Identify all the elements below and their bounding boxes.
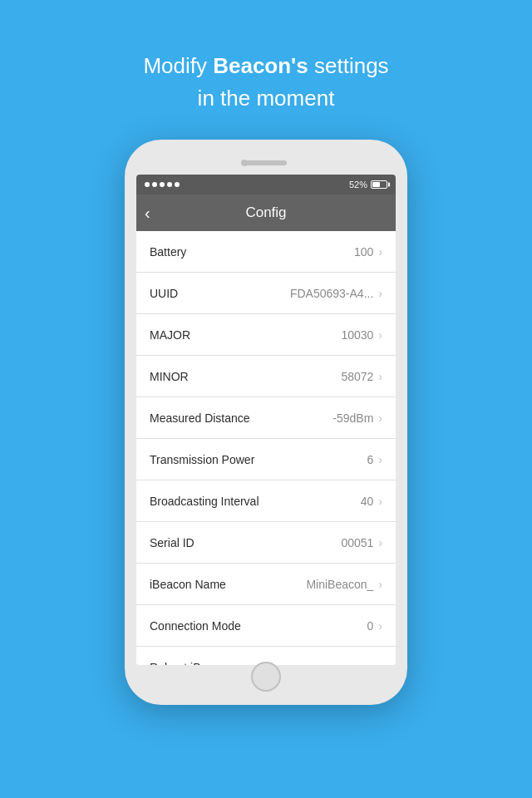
signal-dot-4 bbox=[167, 182, 172, 187]
settings-row[interactable]: UUIDFDA50693-A4...› bbox=[136, 273, 396, 314]
chevron-right-icon: › bbox=[378, 495, 382, 508]
chevron-right-icon: › bbox=[378, 370, 382, 383]
status-right: 52% bbox=[349, 180, 387, 190]
settings-list: Battery100›UUIDFDA50693-A4...›MAJOR10030… bbox=[136, 231, 396, 665]
row-label: Serial ID bbox=[150, 536, 195, 549]
chevron-right-icon: › bbox=[378, 411, 382, 425]
status-bar: 52% bbox=[136, 175, 396, 195]
row-right: 58072› bbox=[341, 370, 382, 383]
signal-dot-2 bbox=[152, 182, 157, 187]
row-label: Battery bbox=[150, 245, 186, 259]
battery-icon bbox=[371, 180, 387, 189]
signal-dot-3 bbox=[160, 182, 165, 187]
settings-row[interactable]: Transmission Power6› bbox=[136, 439, 396, 480]
phone-bottom bbox=[136, 665, 396, 688]
phone-frame: 52% ‹ Config Battery100›UUIDFDA50693-A4.… bbox=[125, 140, 407, 705]
row-right: 100› bbox=[354, 245, 382, 259]
row-value: 100 bbox=[354, 245, 373, 259]
row-right: 10030› bbox=[341, 328, 382, 342]
signal-dot-5 bbox=[175, 182, 180, 187]
row-value: 40 bbox=[361, 495, 374, 508]
chevron-right-icon: › bbox=[378, 619, 382, 633]
row-value: MiniBeacon_ bbox=[306, 578, 373, 591]
row-right: 6› bbox=[367, 453, 382, 466]
row-label: UUID bbox=[150, 287, 178, 300]
phone-camera bbox=[241, 160, 248, 166]
row-label: MINOR bbox=[150, 370, 189, 383]
settings-row[interactable]: Serial ID00051› bbox=[136, 522, 396, 564]
row-right: 0› bbox=[367, 619, 382, 633]
chevron-right-icon: › bbox=[378, 536, 382, 549]
chevron-right-icon: › bbox=[378, 328, 382, 342]
row-value: 00051 bbox=[341, 536, 373, 549]
row-label: Broadcasting Interval bbox=[150, 495, 259, 508]
row-value: -59dBm bbox=[332, 411, 373, 425]
row-value: 10030 bbox=[341, 328, 373, 342]
signal-dots bbox=[145, 182, 180, 187]
row-label: MAJOR bbox=[150, 328, 190, 342]
settings-row[interactable]: Broadcasting Interval40› bbox=[136, 480, 396, 522]
row-right: 00051› bbox=[341, 536, 382, 549]
battery-percent: 52% bbox=[349, 180, 367, 190]
row-value: FDA50693-A4... bbox=[290, 287, 373, 300]
chevron-right-icon: › bbox=[378, 578, 382, 591]
row-value: 6 bbox=[367, 453, 374, 466]
chevron-right-icon: › bbox=[378, 453, 382, 466]
row-label: Reboot iBeacon bbox=[150, 661, 233, 666]
chevron-right-icon: › bbox=[378, 287, 382, 300]
nav-title: Config bbox=[170, 204, 362, 221]
chevron-right-icon: › bbox=[378, 661, 382, 666]
phone-speaker bbox=[245, 160, 287, 165]
back-button[interactable]: ‹ bbox=[145, 204, 170, 223]
settings-row[interactable]: MAJOR10030› bbox=[136, 314, 396, 356]
home-button[interactable] bbox=[251, 662, 281, 692]
phone-screen: 52% ‹ Config Battery100›UUIDFDA50693-A4.… bbox=[136, 175, 396, 665]
row-right: MiniBeacon_› bbox=[306, 578, 382, 591]
battery-fill bbox=[372, 182, 380, 187]
row-label: Transmission Power bbox=[150, 453, 254, 466]
chevron-right-icon: › bbox=[378, 245, 382, 259]
settings-row[interactable]: MINOR58072› bbox=[136, 356, 396, 397]
row-label: Connection Mode bbox=[150, 619, 241, 633]
row-right: 40› bbox=[361, 495, 382, 508]
hero-text: Modify Beacon's settingsin the moment bbox=[143, 50, 388, 115]
settings-row[interactable]: Battery100› bbox=[136, 231, 396, 273]
row-right: › bbox=[378, 661, 382, 666]
row-label: iBeacon Name bbox=[150, 578, 226, 591]
nav-bar: ‹ Config bbox=[136, 195, 396, 231]
row-value: 0 bbox=[367, 619, 374, 633]
row-right: -59dBm› bbox=[332, 411, 382, 425]
settings-row[interactable]: Measured Distance-59dBm› bbox=[136, 397, 396, 439]
row-right: FDA50693-A4...› bbox=[290, 287, 382, 300]
row-label: Measured Distance bbox=[150, 411, 250, 425]
settings-row[interactable]: Connection Mode0› bbox=[136, 605, 396, 647]
settings-row[interactable]: iBeacon NameMiniBeacon_› bbox=[136, 564, 396, 605]
phone-top bbox=[136, 151, 396, 175]
signal-dot-1 bbox=[145, 182, 150, 187]
row-value: 58072 bbox=[341, 370, 373, 383]
